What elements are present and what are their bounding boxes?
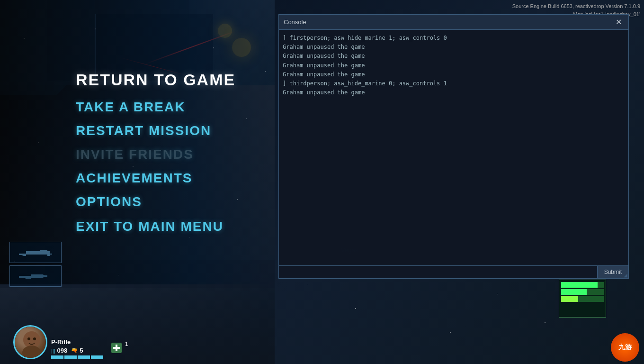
- weapon-icons: [9, 242, 62, 289]
- tac-fill-2: [561, 289, 587, 295]
- nine-game-text: 九游: [618, 343, 632, 352]
- weapon-silhouette-1: [17, 246, 54, 258]
- player-status: P-Rifle ||| 098 🔫 5: [51, 338, 103, 359]
- console-log-line: Graham unpaused the game: [283, 70, 625, 79]
- svg-point-1: [22, 346, 41, 359]
- health-bar: ||| 098 🔫 5: [51, 347, 103, 354]
- console-close-button[interactable]: ✕: [614, 18, 624, 27]
- menu-item-take-a-break[interactable]: TAKE A BREAK: [76, 100, 275, 115]
- svg-point-2: [27, 337, 30, 340]
- console-log-line: ] thirdperson; asw_hide_marine 0; asw_co…: [283, 79, 625, 88]
- player-avatar: [13, 325, 47, 359]
- console-title: Console: [284, 18, 306, 26]
- console-window: Console ✕ ] firstperson; asw_hide_marine…: [278, 14, 629, 279]
- weapon-slot-2: [9, 265, 62, 287]
- console-log-line: Graham unpaused the game: [283, 61, 625, 70]
- ammo-icon: 🔫: [71, 347, 78, 354]
- console-log-line: Graham unpaused the game: [283, 43, 625, 52]
- tac-fill-1: [561, 282, 598, 288]
- health-seg-1: [51, 355, 63, 359]
- tactical-display: [559, 280, 606, 318]
- health-seg-4: [91, 355, 103, 359]
- medkit-container: 1: [110, 341, 128, 355]
- ammo-value: 5: [80, 347, 83, 354]
- tac-fill-3: [561, 296, 578, 302]
- weapon-silhouette-2: [17, 270, 54, 282]
- health-icon: |||: [51, 348, 55, 354]
- health-seg-3: [78, 355, 90, 359]
- console-log-line: ] firstperson; asw_hide_marine 1; asw_co…: [283, 34, 625, 43]
- medkit-count: 1: [125, 341, 128, 347]
- health-seg-2: [64, 355, 77, 359]
- menu-item-return-to-game[interactable]: RETURN TO GAME: [76, 71, 275, 89]
- menu-item-invite-friends: INVITE FRIENDS: [76, 147, 275, 162]
- menu-item-restart-mission[interactable]: RESTART MISSION: [76, 123, 275, 138]
- tac-bar-1: [561, 282, 604, 288]
- nine-game-logo: 九游: [611, 333, 639, 362]
- medkit-icon: [110, 341, 123, 355]
- tac-bar-3: [561, 296, 604, 302]
- console-resize-handle[interactable]: ◢: [623, 273, 628, 278]
- tac-bar-2: [561, 289, 604, 295]
- menu-item-achievements[interactable]: ACHIEVEMENTS: [76, 171, 275, 186]
- console-input-row: Submit: [279, 265, 628, 278]
- console-log-line: Graham unpaused the game: [283, 88, 625, 97]
- menu-item-exit-to-main-menu[interactable]: EXIT TO MAIN MENU: [76, 219, 275, 234]
- console-input[interactable]: [279, 266, 597, 278]
- avatar-face: [15, 327, 46, 358]
- svg-rect-6: [113, 347, 120, 349]
- health-value: 098: [57, 347, 68, 354]
- console-titlebar: Console ✕: [279, 15, 628, 30]
- weapon-slot-1: [9, 242, 62, 263]
- version-line1: Source Engine Build 6653, reactivedrop V…: [512, 2, 640, 10]
- player-name: P-Rifle: [51, 338, 103, 346]
- health-segments: [51, 355, 103, 359]
- console-output[interactable]: ] firstperson; asw_hide_marine 1; asw_co…: [279, 30, 628, 265]
- svg-point-3: [33, 337, 36, 340]
- menu-item-options[interactable]: OPTIONS: [76, 194, 275, 209]
- console-log-line: Graham unpaused the game: [283, 52, 625, 61]
